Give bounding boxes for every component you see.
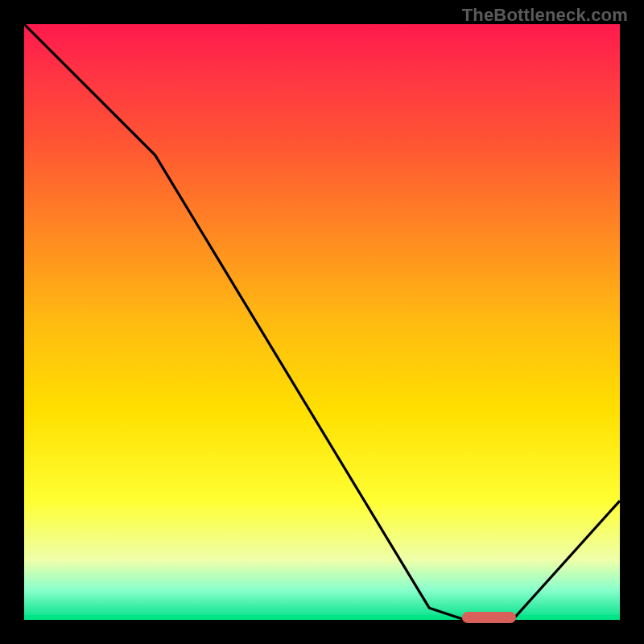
baseline-strip: [24, 615, 620, 620]
curve-path: [24, 24, 620, 620]
chart-frame: TheBottleneck.com: [0, 0, 644, 644]
plot-area: [24, 24, 620, 620]
bottleneck-curve: [24, 24, 620, 620]
watermark-text: TheBottleneck.com: [462, 5, 628, 26]
